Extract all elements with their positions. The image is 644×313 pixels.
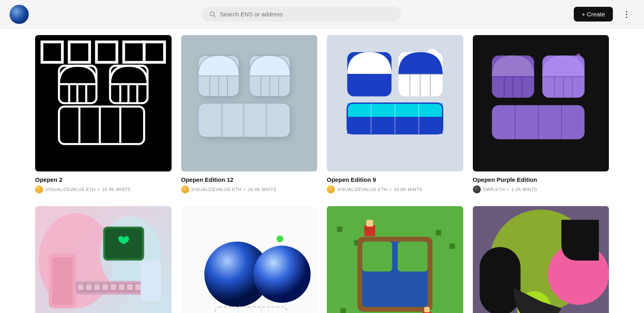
search-bar[interactable] <box>201 7 401 22</box>
header: + Create ⋮ <box>0 0 644 29</box>
card-title: Opepen 2 <box>35 176 172 183</box>
svg-rect-96 <box>340 308 346 313</box>
card-creator: VISUALIZEVALUE.ETH <box>192 187 242 192</box>
card-avatar <box>181 185 189 193</box>
card-title: Opepen Edition 9 <box>327 176 463 183</box>
svg-rect-2 <box>42 42 62 62</box>
card-separator: • <box>98 187 100 192</box>
nft-grid: Opepen 2VISUALIZEVALUE.ETH•16.0K MINTS <box>0 29 644 313</box>
card-creator: DWR.ETH <box>483 187 505 192</box>
svg-rect-82 <box>52 257 73 305</box>
card-avatar <box>473 185 481 193</box>
svg-rect-3 <box>69 42 89 62</box>
card-image <box>35 35 172 171</box>
card-image <box>181 35 318 171</box>
card-mints: 16.0K MINTS <box>248 187 277 192</box>
svg-rect-101 <box>398 241 428 271</box>
card-image <box>327 206 463 313</box>
search-input[interactable] <box>220 11 393 18</box>
card-avatar <box>35 185 43 193</box>
svg-rect-87 <box>215 307 286 313</box>
svg-rect-6 <box>144 42 164 62</box>
card-image <box>35 206 172 313</box>
card-image <box>473 35 609 171</box>
card-meta: VISUALIZEVALUE.ETH•16.0K MINTS <box>181 185 318 193</box>
card-title: Opepen Edition 12 <box>181 176 318 183</box>
svg-rect-79 <box>127 284 133 290</box>
search-icon <box>209 11 216 18</box>
svg-rect-5 <box>124 42 144 62</box>
svg-rect-77 <box>111 284 117 290</box>
list-item[interactable]: Opepen 2VISUALIZEVALUE.ETH•16.0K MINTS <box>35 35 172 193</box>
create-button[interactable]: + Create <box>574 7 613 22</box>
logo-container <box>10 5 29 24</box>
list-item[interactable]: WolfpepenTERMINATUSVAULT.ETH•30 MINTS <box>327 206 463 313</box>
more-menu-button[interactable]: ⋮ <box>619 8 634 21</box>
card-meta: VISUALIZEVALUE.ETH•16.0K MINTS <box>35 185 172 193</box>
svg-point-84 <box>277 235 283 242</box>
svg-rect-74 <box>86 284 92 290</box>
card-image <box>181 206 318 313</box>
list-item[interactable]: Opepen +++???!!!JACOB.ETH•4.5K MINTS <box>181 206 318 313</box>
card-separator: • <box>390 187 391 192</box>
card-image <box>327 35 463 171</box>
card-mints: 1.2K MINTS <box>512 187 537 192</box>
svg-rect-78 <box>119 284 124 290</box>
card-mints: 16.0K MINTS <box>102 187 131 192</box>
card-separator: • <box>507 187 509 192</box>
card-creator: VISUALIZEVALUE.ETH <box>337 187 387 192</box>
svg-rect-105 <box>424 307 430 312</box>
svg-rect-75 <box>95 284 100 290</box>
header-right: + Create ⋮ <box>574 7 634 22</box>
svg-rect-76 <box>103 284 108 290</box>
svg-rect-83 <box>141 260 161 301</box>
svg-rect-108 <box>480 247 520 313</box>
logo-sphere[interactable] <box>10 5 29 24</box>
svg-rect-73 <box>78 284 84 290</box>
svg-rect-100 <box>362 241 392 271</box>
card-title: Opepen Purple Edition <box>473 176 609 183</box>
card-meta: VISUALIZEVALUE.ETH•16.0K MINTS <box>327 185 463 193</box>
card-mints: 16.0K MINTS <box>394 187 423 192</box>
svg-rect-80 <box>135 284 141 290</box>
svg-point-86 <box>253 246 310 303</box>
svg-line-1 <box>214 16 215 17</box>
list-item[interactable]: Opepen Edition 9VISUALIZEVALUE.ETH•16.0K… <box>327 35 463 193</box>
svg-rect-102 <box>364 225 375 236</box>
list-item[interactable]: Opepen Purple EditionDWR.ETH•1.2K MINTS <box>473 35 609 193</box>
list-item[interactable]: Liv X Opepen@OLIVIAPEDI•0 MINTS <box>35 206 172 313</box>
card-avatar <box>327 185 335 193</box>
svg-rect-92 <box>337 226 343 232</box>
card-creator: VISUALIZEVALUE.ETH <box>45 187 96 192</box>
list-item[interactable]: Opepen Edition 12VISUALIZEVALUE.ETH•16.0… <box>181 35 318 193</box>
svg-rect-17 <box>59 106 144 144</box>
svg-rect-95 <box>449 243 455 249</box>
card-meta: DWR.ETH•1.2K MINTS <box>473 185 609 193</box>
svg-rect-4 <box>97 42 117 62</box>
svg-rect-94 <box>436 230 441 235</box>
svg-rect-103 <box>366 220 373 226</box>
card-image <box>473 206 609 313</box>
list-item[interactable]: OneJALIL.ETH•280 MINTS <box>473 206 609 313</box>
card-separator: • <box>244 187 245 192</box>
